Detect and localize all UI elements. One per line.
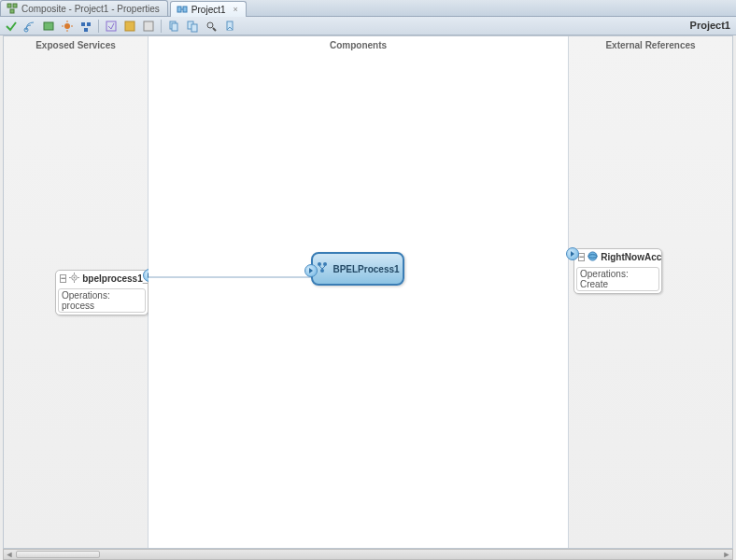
svg-line-37	[322, 266, 325, 269]
svg-line-24	[213, 28, 216, 31]
copy-button[interactable]	[165, 18, 182, 35]
reference-input-port[interactable]	[566, 247, 579, 260]
toolbar-separator	[161, 20, 162, 33]
lane-external-references[interactable]: External References − RightNowAccount...…	[569, 36, 732, 548]
bpel-component-node[interactable]: BPELProcess1	[311, 252, 404, 286]
svg-line-36	[319, 266, 322, 269]
action3-button[interactable]	[140, 18, 157, 35]
find-button[interactable]	[203, 18, 219, 35]
scrollbar-thumb[interactable]	[16, 551, 100, 558]
operations-label: Operations:	[580, 269, 656, 279]
reference-name: RightNowAccount...	[601, 252, 661, 262]
operation-name: process	[62, 301, 142, 311]
action2-button[interactable]	[121, 18, 138, 35]
operation-name: Create	[580, 279, 656, 289]
scroll-left-icon[interactable]: ◄	[4, 550, 15, 559]
lane-header: Exposed Services	[4, 36, 148, 54]
tab-label: Composite - Project1 - Properties	[21, 4, 160, 14]
operations-box: Operations: process	[58, 288, 146, 313]
svg-point-23	[207, 22, 213, 28]
svg-point-8	[64, 23, 70, 29]
project-name-label: Project1	[690, 20, 730, 31]
svg-rect-13	[81, 22, 85, 26]
svg-rect-4	[183, 7, 187, 12]
svg-rect-2	[10, 9, 14, 13]
component-name: BPELProcess1	[333, 264, 399, 274]
bookmark-button[interactable]	[221, 18, 238, 35]
service-header: − bpelprocess1_clie...	[56, 271, 148, 287]
collapse-icon[interactable]: −	[60, 274, 66, 283]
component-input-port[interactable]	[304, 264, 318, 277]
validate-button[interactable]	[3, 18, 20, 35]
toolbar-separator	[98, 20, 99, 33]
bpel-icon	[316, 261, 329, 276]
svg-rect-22	[191, 24, 197, 32]
debug-button[interactable]	[59, 18, 76, 35]
svg-rect-3	[177, 7, 181, 12]
adapter-icon	[587, 251, 598, 263]
close-icon[interactable]: ×	[234, 5, 238, 14]
editor-toolbar: Project1	[0, 17, 736, 35]
test-button[interactable]	[40, 18, 57, 35]
lane-components[interactable]: Components BPELProcess1	[149, 36, 569, 548]
swimlanes: Exposed Services − bpelprocess1_clie... …	[4, 36, 732, 548]
config-button[interactable]	[78, 18, 94, 35]
svg-rect-15	[84, 28, 88, 32]
gear-icon	[69, 273, 79, 285]
svg-rect-20	[172, 23, 177, 31]
svg-point-27	[74, 277, 76, 279]
service-name: bpelprocess1_clie...	[82, 273, 148, 284]
composite-diagram-icon	[177, 4, 188, 15]
action1-button[interactable]	[103, 18, 120, 35]
tab-composite-properties[interactable]: Composite - Project1 - Properties	[0, 0, 168, 16]
composite-icon	[7, 3, 18, 14]
paste-button[interactable]	[184, 18, 201, 35]
svg-rect-18	[144, 21, 153, 31]
tab-project1[interactable]: Project1 ×	[170, 1, 247, 17]
svg-rect-14	[87, 22, 91, 26]
operations-label: Operations:	[62, 290, 142, 301]
editor-tab-bar: Composite - Project1 - Properties Projec…	[0, 0, 736, 17]
operations-box: Operations: Create	[576, 267, 659, 291]
lane-header: External References	[569, 36, 732, 54]
svg-rect-0	[7, 4, 11, 7]
deploy-button[interactable]	[21, 18, 38, 35]
composite-canvas[interactable]: Exposed Services − bpelprocess1_clie... …	[3, 35, 733, 549]
svg-point-33	[318, 262, 321, 266]
svg-point-35	[320, 269, 324, 273]
svg-point-38	[588, 252, 597, 260]
reference-header: − RightNowAccount...	[574, 249, 661, 265]
exposed-service-node[interactable]: − bpelprocess1_clie... Operations: proce…	[55, 270, 149, 315]
external-reference-node[interactable]: − RightNowAccount... Operations: Create	[573, 248, 662, 294]
scroll-right-icon[interactable]: ►	[721, 550, 732, 559]
svg-rect-1	[13, 4, 17, 7]
lane-header: Components	[149, 36, 568, 54]
svg-point-34	[323, 262, 327, 266]
horizontal-scrollbar[interactable]: ◄ ►	[3, 549, 733, 560]
tab-label: Project1	[191, 5, 226, 15]
lane-exposed-services[interactable]: Exposed Services − bpelprocess1_clie... …	[4, 36, 149, 548]
svg-rect-17	[125, 21, 134, 31]
svg-rect-7	[44, 22, 53, 30]
collapse-icon[interactable]: −	[578, 253, 585, 261]
